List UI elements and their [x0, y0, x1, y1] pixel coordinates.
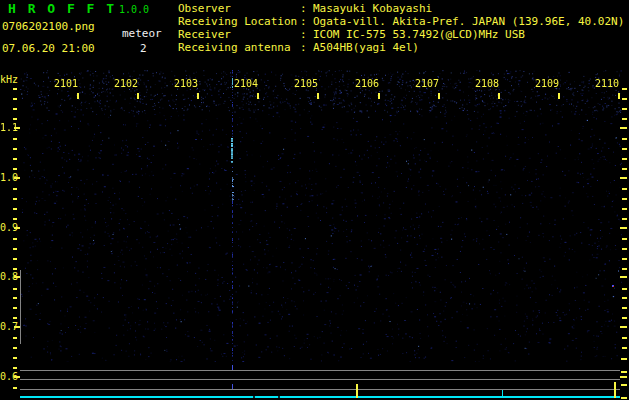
time-tick [558, 93, 560, 99]
info-label: Receiver [178, 28, 300, 41]
freq-minor-tick-right [622, 118, 627, 120]
freq-major-tick-right [620, 376, 627, 378]
info-row: Receiving antenna:A504HB(yagi 4el) [178, 41, 624, 54]
freq-minor-tick [13, 218, 17, 220]
time-tick-label: 2105 [294, 79, 318, 89]
freq-minor-tick-right [622, 297, 627, 299]
capture-datetime: 07.06.20 21:00 [2, 42, 95, 55]
long-echo-trace [20, 270, 21, 344]
level-axis-tick-right [621, 371, 627, 373]
freq-minor-tick [13, 248, 17, 250]
time-tick [197, 93, 199, 99]
freq-minor-tick [13, 188, 17, 190]
info-label: Receiving Location [178, 15, 300, 28]
time-tick [438, 93, 440, 99]
freq-minor-tick [13, 88, 17, 90]
time-tick-label: 2107 [415, 79, 439, 89]
freq-minor-tick-right [622, 258, 627, 260]
freq-minor-tick-right [622, 138, 627, 140]
level-tick-cyan [502, 390, 503, 396]
level-axis-tick-right [621, 397, 627, 399]
freq-minor-tick [13, 297, 17, 299]
freq-major-tick [14, 227, 20, 229]
freq-major-tick-right [620, 177, 627, 179]
time-tick-label: 2101 [54, 79, 78, 89]
time-tick [317, 93, 319, 99]
freq-minor-tick-right [622, 198, 627, 200]
freq-minor-tick [13, 238, 17, 240]
time-tick-label: 2102 [114, 79, 138, 89]
freq-major-tick-right [620, 276, 627, 278]
time-tick [137, 93, 139, 99]
freq-minor-tick-right [622, 268, 627, 270]
freq-minor-tick-right [622, 347, 627, 349]
level-grid-line [20, 370, 620, 371]
time-tick [378, 93, 380, 99]
event-marker-tick [232, 365, 233, 370]
level-spike [614, 382, 616, 398]
freq-minor-tick [13, 367, 17, 369]
freq-minor-tick-right [622, 148, 627, 150]
meteor-count: 2 [140, 42, 147, 55]
freq-minor-tick [13, 317, 17, 319]
event-marker-tick [232, 384, 233, 389]
time-tick-label: 2109 [535, 79, 559, 89]
freq-minor-tick [13, 158, 17, 160]
freq-minor-tick [13, 258, 17, 260]
mode-label: meteor [122, 27, 162, 40]
info-separator: : [300, 2, 313, 15]
freq-minor-tick [13, 357, 17, 359]
freq-major-tick [14, 127, 20, 129]
freq-minor-tick [13, 108, 17, 110]
freq-minor-tick-right [622, 337, 627, 339]
time-tick [77, 93, 79, 99]
freq-minor-tick-right [622, 248, 627, 250]
freq-minor-tick [13, 208, 17, 210]
spectrogram-canvas [20, 70, 622, 362]
info-value: A504HB(yagi 4el) [313, 41, 419, 54]
info-row: Receiving Location:Ogata-vill. Akita-Pre… [178, 15, 624, 28]
info-value: Masayuki Kobayashi [313, 2, 432, 15]
freq-minor-tick [13, 288, 17, 290]
freq-major-tick [14, 177, 20, 179]
freq-minor-tick-right [622, 158, 627, 160]
freq-minor-tick-right [622, 307, 627, 309]
freq-minor-tick-right [622, 288, 627, 290]
level-grid-line [20, 379, 620, 380]
freq-minor-tick [13, 98, 17, 100]
level-grid-line [20, 389, 620, 390]
info-value: Ogata-vill. Akita-Pref. JAPAN (139.96E, … [313, 15, 624, 28]
level-spike [356, 384, 358, 398]
freq-minor-tick-right [622, 168, 627, 170]
level-bar-gap [253, 396, 255, 398]
info-value: ICOM IC-575 53.7492(@LCD)MHz USB [313, 28, 525, 41]
capture-filename: 0706202100.png [2, 20, 95, 33]
freq-minor-tick [13, 118, 17, 120]
freq-minor-tick-right [622, 208, 627, 210]
freq-major-tick-right [620, 127, 627, 129]
time-tick-label: 2104 [234, 79, 258, 89]
time-tick [257, 93, 259, 99]
info-row: Observer:Masayuki Kobayashi [178, 2, 624, 15]
signal-dot-red [613, 286, 614, 287]
freq-minor-tick-right [622, 317, 627, 319]
freq-minor-tick [13, 138, 17, 140]
info-separator: : [300, 15, 313, 28]
info-separator: : [300, 28, 313, 41]
freq-minor-tick-right [622, 88, 627, 90]
freq-minor-tick [13, 268, 17, 270]
freq-minor-tick [13, 198, 17, 200]
freq-minor-tick [13, 387, 17, 389]
freq-minor-tick-right [622, 218, 627, 220]
time-tick-label: 2106 [355, 79, 379, 89]
info-separator: : [300, 41, 313, 54]
level-axis-tick-right [621, 358, 627, 360]
info-label: Receiving antenna [178, 41, 300, 54]
hrofft-window: H R O F F T 1.0.0 0706202100.png meteor … [0, 0, 629, 400]
freq-major-tick [14, 376, 20, 378]
freq-minor-tick-right [622, 188, 627, 190]
level-bar [20, 396, 620, 398]
app-title: H R O F F T [8, 2, 116, 16]
time-tick-label: 2108 [475, 79, 499, 89]
freq-minor-tick [13, 347, 17, 349]
